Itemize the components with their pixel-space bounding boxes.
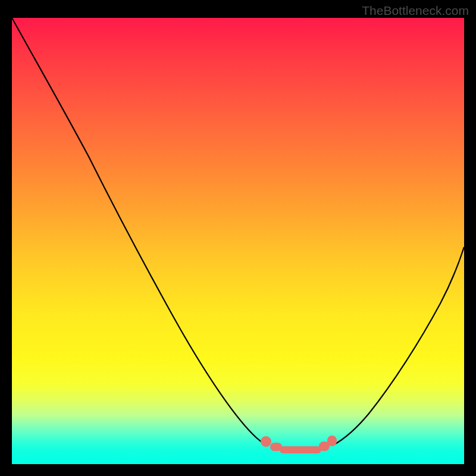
chart-plot-area: [12, 18, 464, 464]
watermark-text: TheBottleneck.com: [362, 4, 469, 18]
valley-marker-3: [280, 446, 321, 453]
right-curve-path: [333, 247, 464, 445]
valley-marker-5: [327, 436, 337, 446]
left-curve-path: [12, 18, 267, 445]
curve-overlay: [12, 18, 464, 464]
